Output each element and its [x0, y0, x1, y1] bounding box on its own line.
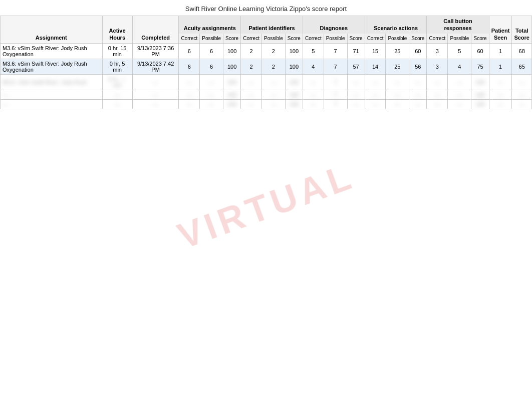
sub-patid-correct: Correct	[241, 34, 262, 44]
col-completed: Completed	[132, 16, 179, 44]
sub-diag-score: Score	[347, 34, 365, 44]
table-row: —————100——100—7——————100——	[1, 99, 532, 109]
sub-patid-possible: Possible	[261, 34, 285, 44]
col-group-patient-id: Patient identifiers	[241, 16, 303, 34]
sub-acuity-possible: Possible	[200, 34, 223, 44]
sub-call-score: Score	[471, 34, 489, 44]
col-patient-seen: PatientSeen	[489, 16, 512, 44]
watermark: VIRTUAL	[172, 155, 360, 257]
sub-acuity-correct: Correct	[179, 34, 200, 44]
sub-diag-possible: Possible	[324, 34, 347, 44]
sub-patid-score: Score	[285, 34, 303, 44]
col-total-score: TotalScore	[512, 16, 532, 44]
sub-scenario-correct: Correct	[365, 34, 386, 44]
col-assignment: Assignment	[1, 16, 103, 44]
table-row: —————100——100—7——————100——	[1, 90, 532, 99]
col-group-call: Call button responses	[427, 16, 489, 34]
score-table-wrapper: Assignment ActiveHours Completed Acuity …	[0, 16, 532, 109]
sub-call-possible: Possible	[448, 34, 471, 44]
sub-acuity-score: Score	[223, 34, 241, 44]
col-group-diagnoses: Diagnoses	[303, 16, 365, 34]
sub-scenario-possible: Possible	[386, 34, 409, 44]
sub-call-correct: Correct	[427, 34, 448, 44]
sub-diag-correct: Correct	[303, 34, 324, 44]
sub-scenario-score: Score	[409, 34, 427, 44]
col-group-scenario: Scenario actions	[365, 16, 427, 34]
col-group-acuity: Acuity assignments	[179, 16, 241, 34]
table-row: M3.6: vSim Swift River: Jody Rush Oxygen…	[1, 43, 532, 59]
table-row: M3.6: vSim Swift River: Jody Rush0 hr, —…	[1, 74, 532, 90]
table-row: M3.6: vSim Swift River: Jody Rush Oxygen…	[1, 59, 532, 74]
score-table: Assignment ActiveHours Completed Acuity …	[0, 16, 532, 109]
col-active-hours: ActiveHours	[102, 16, 132, 44]
page-title: Swift River Online Learning Victoria Zip…	[0, 0, 532, 16]
